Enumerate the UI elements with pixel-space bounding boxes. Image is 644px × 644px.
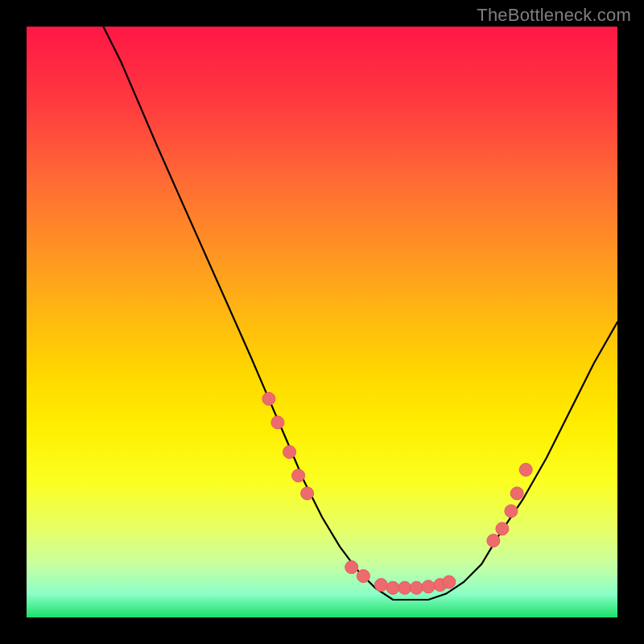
watermark-text: TheBottleneck.com [477,5,631,26]
background-gradient [27,27,617,617]
chart-stage: TheBottleneck.com [0,0,644,644]
plot-area [27,27,617,617]
